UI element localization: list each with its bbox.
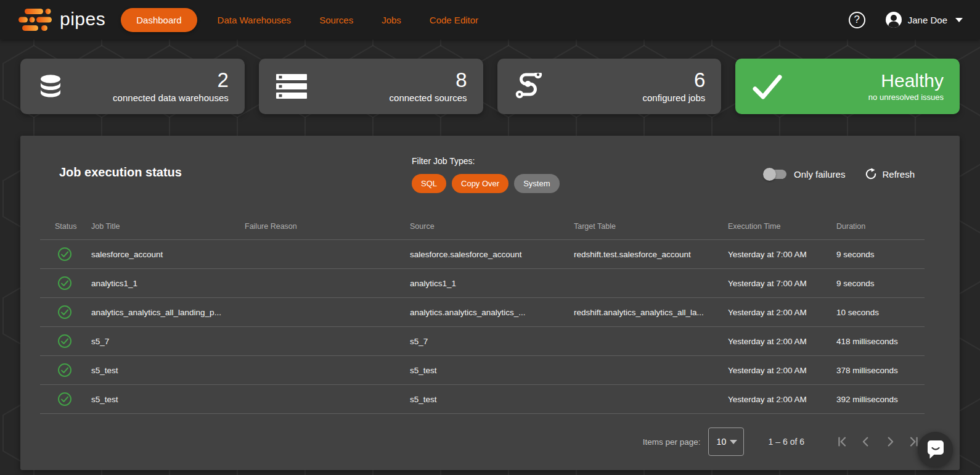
filter-label: Filter Job Types: [412,156,560,166]
previous-page-button[interactable] [859,435,873,448]
nav-item-sources[interactable]: Sources [319,15,353,25]
col-job-title: Job Title [91,222,245,231]
duration-cell: 10 seconds [836,308,925,317]
table-row[interactable]: s5_test s5_test Yesterday at 2:00 AM 392… [40,384,925,413]
user-name: Jane Doe [908,15,947,25]
table-row[interactable]: analytics1_1 analytics1_1 Yesterday at 7… [40,268,925,297]
job-title-cell: s5_test [91,366,245,375]
success-status-icon [57,305,72,320]
refresh-icon [865,168,877,180]
job-title-cell: s5_test [91,395,245,404]
refresh-button[interactable]: Refresh [865,168,915,180]
filter-system-button[interactable]: System [514,174,559,193]
duration-cell: 378 milliseconds [836,366,925,375]
only-failures-label: Only failures [794,169,845,180]
job-title-cell: analytics1_1 [91,279,245,288]
health-status-value: Healthy [868,71,944,91]
panel-controls: Only failures Refresh [764,168,915,180]
table-header: Status Job Title Failure Reason Source T… [40,213,925,239]
duration-cell: 9 seconds [836,250,925,259]
target-table-cell: redshift.analytics_analytics_all_la... [574,308,728,317]
table-row[interactable]: salesforce_account salesforce.salesforce… [40,239,925,268]
brand-logo[interactable]: pipes [17,6,105,33]
col-duration: Duration [836,222,925,231]
duration-cell: 392 milliseconds [836,395,925,404]
panel-title: Job execution status [59,165,182,180]
card-jobs[interactable]: 6 configured jobs [497,59,722,114]
success-status-icon [57,334,72,349]
duration-cell: 418 milliseconds [836,337,925,346]
col-source: Source [410,222,574,231]
nav-menu: Dashboard Data Warehouses Sources Jobs C… [121,8,507,32]
target-table-cell: redshift.test.salesforce_account [574,250,728,259]
source-cell: s5_test [410,366,574,375]
sources-label: connected sources [390,93,467,103]
chevron-left-icon [859,435,873,448]
user-menu[interactable]: Jane Doe [885,11,963,28]
filter-buttons: SQL Copy Over System [412,174,560,193]
items-per-page-value: 10 [717,437,727,447]
success-status-icon [57,363,72,378]
execution-time-cell: Yesterday at 2:00 AM [728,308,836,317]
nav-item-jobs[interactable]: Jobs [382,15,401,25]
avatar-icon [885,11,902,28]
table-row[interactable]: s5_7 s5_7 Yesterday at 2:00 AM 418 milli… [40,326,925,355]
sources-icon [275,73,308,100]
job-execution-panel: Job execution status Filter Job Types: S… [20,136,960,470]
card-data-warehouses[interactable]: 2 connected data warehouses [20,59,245,114]
toggle-knob [763,168,776,181]
duration-cell: 9 seconds [836,279,925,288]
health-status-label: no unresolved issues [868,93,944,102]
pipes-logo-icon [17,6,53,33]
chevron-down-icon [955,18,963,22]
only-failures-toggle[interactable] [764,170,786,179]
table-body: salesforce_account salesforce.salesforce… [40,239,925,414]
first-page-icon [835,435,849,448]
execution-time-cell: Yesterday at 2:00 AM [728,337,836,346]
pagination-controls [835,435,921,448]
table-row[interactable]: analytics_analytics_all_landing_p... ana… [40,297,925,326]
items-per-page-select[interactable]: 10 [708,428,744,456]
next-page-button[interactable] [883,435,897,448]
card-health-status[interactable]: Healthy no unresolved issues [735,59,960,114]
jobs-table: Status Job Title Failure Reason Source T… [40,213,925,414]
chevron-right-icon [883,435,897,448]
table-footer: Items per page: 10 1 – 6 of 6 [40,413,925,470]
nav-right: ? Jane Doe [849,11,963,28]
source-cell: s5_7 [410,337,574,346]
execution-time-cell: Yesterday at 7:00 AM [728,250,836,259]
chat-bubble-icon [926,439,945,460]
items-per-page-label: Items per page: [643,437,701,447]
nav-item-dashboard[interactable]: Dashboard [121,8,197,32]
source-cell: s5_test [410,395,574,404]
success-status-icon [57,247,72,262]
refresh-label: Refresh [882,169,915,180]
table-row[interactable]: s5_test s5_test Yesterday at 2:00 AM 378… [40,355,925,384]
execution-time-cell: Yesterday at 2:00 AM [728,366,836,375]
source-cell: analytics1_1 [410,279,574,288]
nav-item-code-editor[interactable]: Code Editor [430,15,478,25]
card-sources[interactable]: 8 connected sources [259,59,483,114]
col-target-table: Target Table [574,222,728,231]
check-icon [751,73,783,100]
jobs-icon [513,73,544,100]
sources-count: 8 [390,70,467,91]
summary-cards: 2 connected data warehouses 8 connected … [20,59,960,114]
help-icon[interactable]: ? [849,12,865,28]
brand-name: pipes [60,10,105,28]
nav-item-data-warehouses[interactable]: Data Warehouses [218,15,292,25]
jobs-label: configured jobs [643,93,706,103]
filter-copy-over-button[interactable]: Copy Over [452,174,508,193]
select-caret-icon [730,440,737,444]
chat-launcher-button[interactable] [918,432,953,467]
filter-sql-button[interactable]: SQL [412,174,446,193]
job-title-cell: analytics_analytics_all_landing_p... [91,308,245,317]
first-page-button[interactable] [835,435,849,448]
filter-group: Filter Job Types: SQL Copy Over System [412,156,560,193]
col-failure-reason: Failure Reason [245,222,410,231]
pagination-range: 1 – 6 of 6 [769,437,804,447]
database-icon [36,73,65,100]
top-navbar: pipes Dashboard Data Warehouses Sources … [0,0,980,39]
col-status: Status [40,222,91,231]
success-status-icon [57,276,72,291]
